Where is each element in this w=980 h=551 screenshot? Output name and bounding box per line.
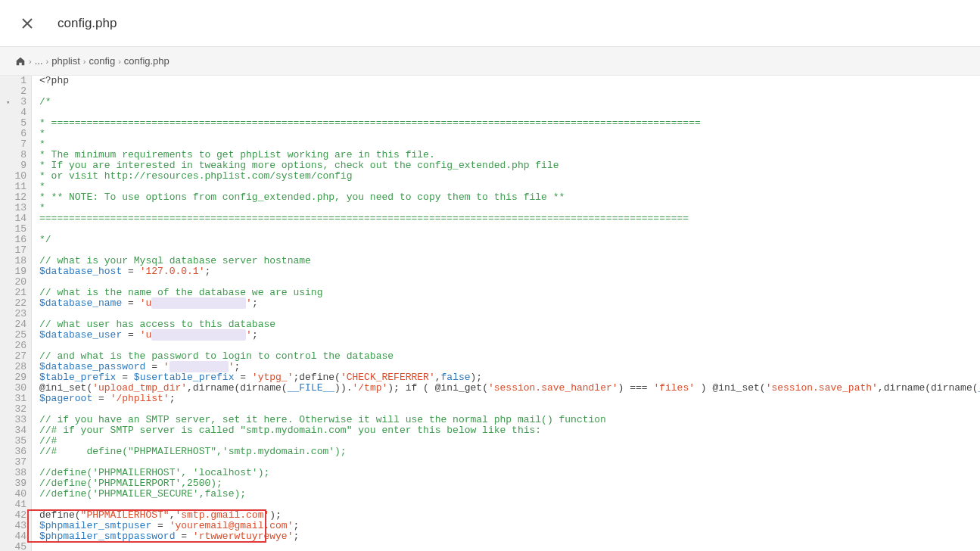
home-icon[interactable] bbox=[15, 56, 26, 67]
chevron-right-icon: › bbox=[83, 57, 86, 66]
line-number: 31 bbox=[8, 394, 26, 404]
line-number: 23 bbox=[8, 309, 26, 319]
line-number: 22 bbox=[8, 298, 26, 309]
code-editor[interactable]: 12▾3456789101112131415161718192021222324… bbox=[0, 76, 980, 551]
code-line: //define('PHPMAILER_SECURE',false); bbox=[39, 489, 980, 500]
breadcrumb-item[interactable]: config bbox=[89, 55, 115, 67]
code-line: define("PHPMAILERHOST",'smtp.gmail.com')… bbox=[39, 510, 980, 521]
line-number: 38 bbox=[8, 468, 26, 478]
close-button[interactable] bbox=[12, 8, 42, 39]
line-number: ▾3 bbox=[8, 97, 26, 107]
line-number: 30 bbox=[8, 383, 26, 394]
fold-marker-icon[interactable]: ▾ bbox=[6, 98, 10, 108]
code-line: $pageroot = '/phplist'; bbox=[39, 394, 980, 404]
line-number: 43 bbox=[8, 521, 26, 531]
code-line: * The minimum requirements to get phpLis… bbox=[39, 150, 980, 160]
line-number: 5 bbox=[8, 118, 26, 129]
line-number: 21 bbox=[8, 288, 26, 298]
code-line: * ** NOTE: To use options from config_ex… bbox=[39, 192, 980, 203]
line-number: 39 bbox=[8, 478, 26, 489]
line-number: 45 bbox=[8, 542, 26, 551]
code-line: * bbox=[39, 139, 980, 150]
code-line: //define('PHPMAILERPORT',2500); bbox=[39, 478, 980, 489]
line-number: 12 bbox=[8, 192, 26, 203]
line-number: 40 bbox=[8, 489, 26, 500]
line-gutter: 12▾3456789101112131415161718192021222324… bbox=[0, 76, 32, 551]
code-line bbox=[39, 500, 980, 510]
code-line: //# bbox=[39, 436, 980, 447]
line-number: 36 bbox=[8, 447, 26, 457]
line-number: 6 bbox=[8, 129, 26, 139]
line-number: 24 bbox=[8, 319, 26, 330]
close-icon bbox=[21, 17, 33, 30]
code-line: // what is the name of the database we a… bbox=[39, 288, 980, 298]
chevron-right-icon: › bbox=[46, 57, 49, 66]
editor-header: config.php bbox=[0, 0, 980, 47]
line-number: 25 bbox=[8, 330, 26, 341]
code-line: //define('PHPMAILERHOST', 'localhost'); bbox=[39, 468, 980, 478]
code-line: ========================================… bbox=[39, 213, 980, 224]
line-number: 27 bbox=[8, 351, 26, 362]
code-line: <?php bbox=[39, 76, 980, 86]
code-line: // and what is the password to login to … bbox=[39, 351, 980, 362]
code-line: $database_name = 'u '; bbox=[39, 298, 980, 309]
line-number: 19 bbox=[8, 266, 26, 277]
breadcrumb-ellipsis[interactable]: ... bbox=[35, 55, 43, 67]
line-number: 10 bbox=[8, 171, 26, 182]
code-line bbox=[39, 457, 980, 468]
line-number: 1 bbox=[8, 76, 26, 86]
line-number: 37 bbox=[8, 457, 26, 468]
line-number: 34 bbox=[8, 425, 26, 436]
line-number: 16 bbox=[8, 235, 26, 245]
line-number: 7 bbox=[8, 139, 26, 150]
code-line: $database_user = 'u '; bbox=[39, 330, 980, 341]
line-number: 14 bbox=[8, 213, 26, 224]
file-title: config.php bbox=[58, 16, 117, 31]
code-line: * bbox=[39, 129, 980, 139]
code-line: // what user has access to this database bbox=[39, 319, 980, 330]
chevron-right-icon: › bbox=[29, 57, 32, 66]
breadcrumb-item[interactable]: config.php bbox=[124, 55, 170, 67]
code-line: $phpmailer_smtppassword = 'rtwwerwtuyrew… bbox=[39, 531, 980, 542]
line-number: 28 bbox=[8, 362, 26, 372]
line-number: 4 bbox=[8, 107, 26, 118]
code-line: // if you have an SMTP server, set it he… bbox=[39, 415, 980, 425]
line-number: 9 bbox=[8, 160, 26, 171]
code-line: $database_host = '127.0.0.1'; bbox=[39, 266, 980, 277]
line-number: 18 bbox=[8, 256, 26, 266]
code-line bbox=[39, 224, 980, 235]
line-number: 32 bbox=[8, 404, 26, 415]
code-area[interactable]: <?php/** ===============================… bbox=[32, 76, 980, 551]
code-line: * ======================================… bbox=[39, 118, 980, 129]
code-line bbox=[39, 341, 980, 351]
line-number: 20 bbox=[8, 277, 26, 288]
line-number: 29 bbox=[8, 372, 26, 383]
code-line: $table_prefix = $usertable_prefix = 'ytp… bbox=[39, 372, 980, 383]
line-number: 26 bbox=[8, 341, 26, 351]
code-line: * or visit http://resources.phplist.com/… bbox=[39, 171, 980, 182]
code-line: $phpmailer_smtpuser = 'youremail@gmail.c… bbox=[39, 521, 980, 531]
code-line bbox=[39, 277, 980, 288]
line-number: 17 bbox=[8, 245, 26, 256]
code-line bbox=[39, 542, 980, 551]
code-line bbox=[39, 309, 980, 319]
code-line: //# if your SMTP server is called "smtp.… bbox=[39, 425, 980, 436]
line-number: 2 bbox=[8, 86, 26, 97]
code-line: $database_password = ' '; bbox=[39, 362, 980, 372]
chevron-right-icon: › bbox=[118, 57, 121, 66]
line-number: 44 bbox=[8, 531, 26, 542]
code-line: // what is your Mysql database server ho… bbox=[39, 256, 980, 266]
code-line: * If you are interested in tweaking more… bbox=[39, 160, 980, 171]
code-line bbox=[39, 86, 980, 97]
code-line bbox=[39, 107, 980, 118]
line-number: 42 bbox=[8, 510, 26, 521]
code-line: * bbox=[39, 182, 980, 192]
breadcrumb-item[interactable]: phplist bbox=[51, 55, 80, 67]
code-line: //# define("PHPMAILERHOST",'smtp.mydomai… bbox=[39, 447, 980, 457]
code-line bbox=[39, 245, 980, 256]
line-number: 8 bbox=[8, 150, 26, 160]
line-number: 35 bbox=[8, 436, 26, 447]
code-line bbox=[39, 404, 980, 415]
line-number: 33 bbox=[8, 415, 26, 425]
breadcrumb: › ... › phplist › config › config.php bbox=[0, 47, 980, 76]
